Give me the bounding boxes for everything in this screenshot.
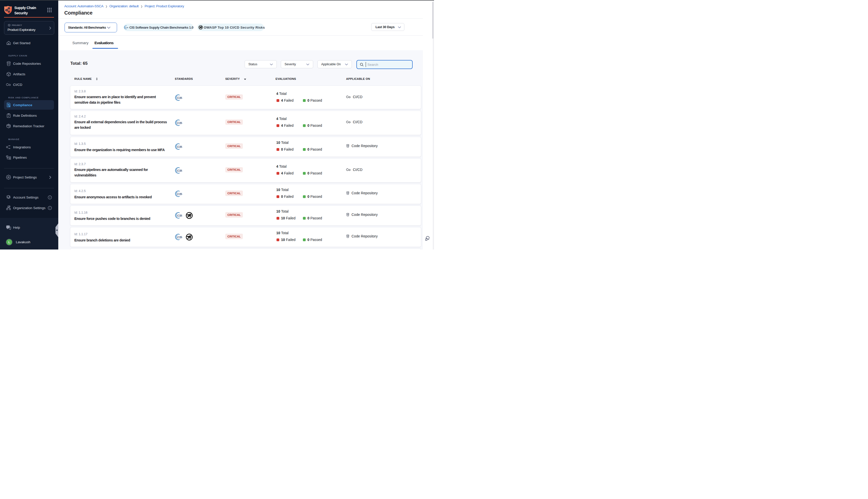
svg-text:CIS: CIS	[125, 27, 129, 28]
svg-text:CIS: CIS	[177, 192, 182, 196]
svg-text:CIS: CIS	[177, 96, 182, 100]
svg-text:CIS: CIS	[177, 214, 182, 217]
svg-text:?: ?	[7, 226, 8, 228]
svg-text:CIS: CIS	[177, 169, 182, 172]
svg-text:CIS: CIS	[177, 235, 182, 239]
svg-text:CIS: CIS	[177, 121, 182, 125]
svg-text:CIS: CIS	[177, 145, 182, 149]
